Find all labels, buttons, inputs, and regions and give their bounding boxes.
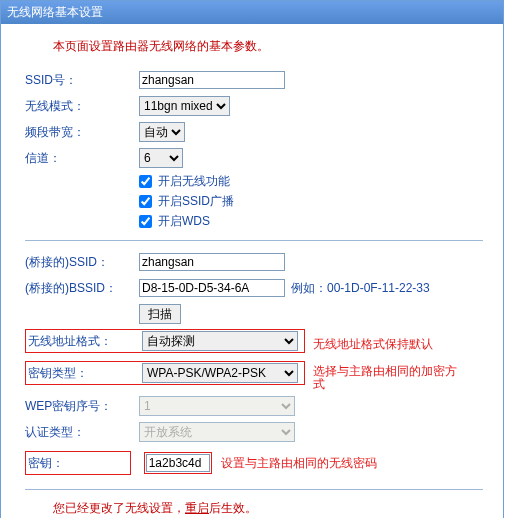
wds-checkbox[interactable] [139,215,152,228]
intro-text: 本页面设置路由器无线网络的基本参数。 [53,38,483,55]
wep-idx-select: 1 [139,396,295,416]
separator-2 [25,489,483,490]
scan-button[interactable]: 扫描 [139,304,181,324]
bridge-bssid-label: (桥接的)BSSID： [25,280,139,297]
ssid-broadcast-checkbox[interactable] [139,195,152,208]
mode-select[interactable]: 11bgn mixed [139,96,230,116]
separator [25,240,483,241]
wds-label: 开启WDS [158,213,210,230]
restart-link[interactable]: 重启 [185,501,209,515]
bridge-ssid-input[interactable] [139,253,285,271]
wifi-on-label: 开启无线功能 [158,173,230,190]
ssid-label: SSID号： [25,72,139,89]
channel-label: 信道： [25,150,139,167]
auth-label: 认证类型： [25,424,139,441]
ssid-broadcast-label: 开启SSID广播 [158,193,234,210]
channel-select[interactable]: 6 [139,148,183,168]
window-title: 无线网络基本设置 [1,1,503,24]
bssid-example: 例如：00-1D-0F-11-22-33 [291,280,430,297]
bandwidth-select[interactable]: 自动 [139,122,185,142]
key-type-select[interactable]: WPA-PSK/WPA2-PSK [142,363,298,383]
auth-select: 开放系统 [139,422,295,442]
addr-fmt-select[interactable]: 自动探测 [142,331,298,351]
key-note: 设置与主路由相同的无线密码 [221,456,377,470]
addr-fmt-note: 无线地址格式保持默认 [313,336,433,353]
mode-label: 无线模式： [25,98,139,115]
bandwidth-label: 频段带宽： [25,124,139,141]
key-type-note: 选择与主路由相同的加密方式 [313,365,467,391]
bridge-bssid-input[interactable] [139,279,285,297]
key-type-label: 密钥类型： [28,365,142,382]
bridge-ssid-label: (桥接的)SSID： [25,254,139,271]
key-input[interactable] [146,454,210,472]
wep-idx-label: WEP密钥序号： [25,398,139,415]
addr-fmt-label: 无线地址格式： [28,333,142,350]
wifi-on-checkbox[interactable] [139,175,152,188]
changed-message: 您已经更改了无线设置，重启后生效。 [53,500,483,517]
key-label: 密钥： [28,455,128,472]
ssid-input[interactable] [139,71,285,89]
